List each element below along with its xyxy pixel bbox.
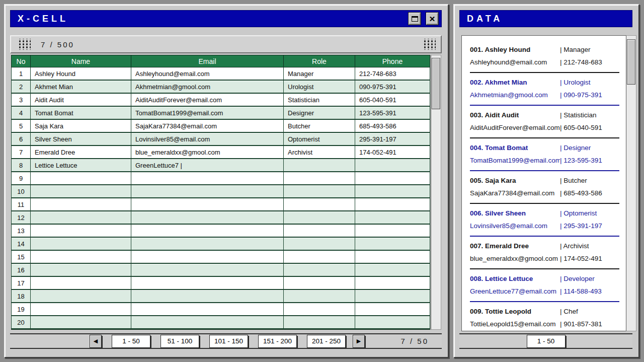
cell-email[interactable]: Akhmetmian@gmool.com — [131, 81, 284, 93]
cell-name[interactable] — [31, 277, 131, 289]
cell-name[interactable] — [31, 172, 131, 184]
cell-email[interactable]: Ashleyhound@email.com — [131, 67, 284, 80]
cell-no[interactable]: 11 — [12, 198, 31, 210]
cell-name[interactable]: Tomat Bomat — [31, 107, 131, 119]
cell-phone[interactable]: 605-040-591 — [355, 94, 430, 106]
column-header-email[interactable]: Email — [131, 55, 284, 67]
cell-role[interactable] — [284, 277, 355, 289]
cell-no[interactable]: 6 — [12, 133, 31, 145]
table-row[interactable]: 14 — [11, 238, 430, 251]
table-row[interactable]: 12 — [11, 211, 430, 225]
maximize-button[interactable] — [408, 12, 421, 25]
cell-name[interactable]: Ashley Hound — [31, 67, 131, 80]
grid-handle-icon-left[interactable] — [17, 39, 31, 50]
list-item[interactable]: 007. Emerald Dree | Archivist blue_emera… — [462, 237, 626, 269]
table-row[interactable]: 19 — [11, 303, 430, 316]
cell-name[interactable] — [31, 251, 131, 263]
list-item[interactable]: 006. Silver Sheen | Optomerist Lovinsilv… — [462, 204, 626, 237]
cell-phone[interactable] — [355, 198, 430, 210]
cell-name[interactable] — [31, 290, 131, 302]
cell-name[interactable] — [31, 264, 131, 276]
list-item[interactable]: 005. Saja Kara | Butcher SajaKara77384@e… — [462, 171, 626, 204]
xcell-titlebar[interactable]: X-CELL ✕ — [10, 10, 442, 27]
cell-role[interactable]: Butcher — [284, 120, 355, 132]
cell-role[interactable] — [284, 290, 355, 302]
list-item[interactable]: 009. Tottie Leopold | Chef TottieLeopold… — [462, 302, 626, 331]
cell-no[interactable]: 18 — [12, 290, 31, 302]
cell-role[interactable] — [284, 211, 355, 224]
data-page-range-button[interactable]: 1 - 50 — [527, 335, 566, 348]
table-row[interactable]: 10 — [11, 185, 430, 198]
cell-no[interactable]: 2 — [12, 81, 31, 93]
page-range-button-2[interactable]: 51 - 100 — [160, 335, 199, 348]
grid-handle-icon-right[interactable] — [422, 39, 436, 50]
cell-phone[interactable] — [355, 238, 430, 250]
cell-role[interactable] — [284, 185, 355, 197]
cell-name[interactable]: Lettice Lettuce — [31, 159, 131, 171]
cell-no[interactable]: 20 — [12, 316, 31, 328]
cell-no[interactable]: 3 — [12, 94, 31, 106]
cell-role[interactable] — [284, 225, 355, 237]
column-header-phone[interactable]: Phone — [355, 55, 430, 67]
cell-email[interactable] — [131, 185, 284, 197]
column-header-role[interactable]: Role — [284, 55, 355, 67]
cell-no[interactable]: 14 — [12, 238, 31, 250]
cell-role[interactable] — [284, 159, 355, 171]
data-titlebar[interactable]: DATA — [459, 10, 632, 27]
table-scrollbar-thumb[interactable] — [432, 58, 440, 109]
table-row[interactable]: 1 Ashley Hound Ashleyhound@email.com Man… — [11, 67, 430, 81]
cell-no[interactable]: 12 — [12, 211, 31, 224]
cell-role[interactable]: Statistician — [284, 94, 355, 106]
cell-phone[interactable] — [355, 185, 430, 197]
cell-phone[interactable] — [355, 303, 430, 315]
cell-name[interactable] — [31, 198, 131, 210]
cell-no[interactable]: 9 — [12, 172, 31, 184]
table-row[interactable]: 5 Saja Kara SajaKara77384@email.com Butc… — [11, 120, 430, 133]
list-item[interactable]: 004. Tomat Bomat | Designer TomatBomat19… — [462, 138, 626, 171]
table-row[interactable]: 17 — [11, 277, 430, 290]
cell-phone[interactable] — [355, 316, 430, 328]
cell-phone[interactable]: 123-595-391 — [355, 107, 430, 119]
cell-no[interactable]: 17 — [12, 277, 31, 289]
table-row[interactable]: 3 Aidit Audit AiditAuditForever@email.co… — [11, 94, 430, 107]
cell-no[interactable]: 15 — [12, 251, 31, 263]
cell-name[interactable]: Akhmet Mian — [31, 81, 131, 93]
cell-phone[interactable]: 685-493-586 — [355, 120, 430, 132]
cell-name[interactable]: Emerald Dree — [31, 146, 131, 158]
cell-phone[interactable] — [355, 211, 430, 224]
list-item[interactable]: 008. Lettice Lettuce | Developer GreenLe… — [462, 269, 626, 302]
next-page-button[interactable]: ▶ — [353, 335, 365, 348]
list-item[interactable]: 002. Akhmet Mian | Urologist Akhmetmian@… — [462, 73, 626, 106]
cell-email[interactable] — [131, 316, 284, 328]
cell-phone[interactable] — [355, 264, 430, 276]
column-header-no[interactable]: No — [12, 55, 31, 67]
cell-name[interactable] — [31, 238, 131, 250]
cell-email[interactable]: AiditAuditForever@email.com — [131, 94, 284, 106]
cell-phone[interactable]: 090-975-391 — [355, 81, 430, 93]
cell-role[interactable] — [284, 238, 355, 250]
cell-name[interactable] — [31, 225, 131, 237]
cell-no[interactable]: 7 — [12, 146, 31, 158]
cell-role[interactable]: Urologist — [284, 81, 355, 93]
cell-email[interactable] — [131, 264, 284, 276]
data-list-scrollbar-thumb[interactable] — [627, 39, 635, 85]
cell-email[interactable]: TomatBomat1999@email.com — [131, 107, 284, 119]
cell-role[interactable]: Archivist — [284, 146, 355, 158]
cell-no[interactable]: 19 — [12, 303, 31, 315]
cell-name[interactable] — [31, 185, 131, 197]
cell-email[interactable] — [131, 290, 284, 302]
table-row[interactable]: 8 Lettice Lettuce GreenLettuce7 | — [11, 159, 430, 172]
table-row[interactable]: 13 — [11, 225, 430, 238]
cell-no[interactable]: 1 — [12, 67, 31, 80]
table-row[interactable]: 7 Emerald Dree blue_emeraldxx@gmool.com … — [11, 146, 430, 159]
cell-phone[interactable] — [355, 225, 430, 237]
table-row[interactable]: 11 — [11, 198, 430, 211]
cell-name[interactable] — [31, 303, 131, 315]
page-range-button-5[interactable]: 201 - 250 — [307, 335, 346, 348]
cell-email[interactable] — [131, 277, 284, 289]
cell-role[interactable]: Manager — [284, 67, 355, 80]
page-range-button-1[interactable]: 1 - 50 — [112, 335, 150, 348]
cell-phone[interactable] — [355, 290, 430, 302]
cell-no[interactable]: 5 — [12, 120, 31, 132]
cell-role[interactable] — [284, 303, 355, 315]
